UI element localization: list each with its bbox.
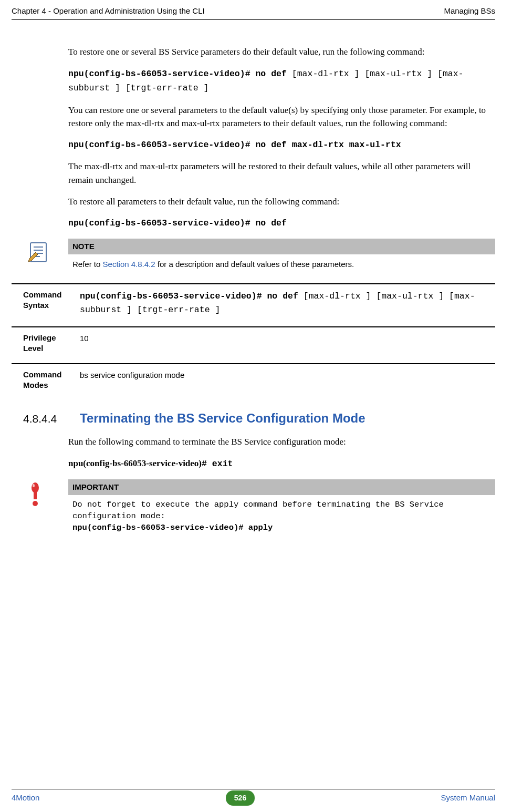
- footer-right: System Manual: [441, 792, 495, 804]
- footer-left: 4Motion: [12, 792, 39, 804]
- code-line: npu(config-bs-66053-service-video)# exit: [68, 457, 495, 471]
- svg-point-5: [32, 482, 39, 493]
- section-heading: 4.8.4.4 Terminating the BS Service Confi…: [23, 409, 495, 428]
- def-value-modes: bs service configuration mode: [80, 369, 495, 391]
- svg-point-8: [33, 484, 35, 487]
- def-row-syntax: Command Syntax npu(config-bs-66053-servi…: [12, 283, 495, 326]
- code-line: npu(config-bs-66053-service-video)# no d…: [68, 139, 495, 152]
- page-footer: 4Motion 526 System Manual: [12, 789, 495, 806]
- note-text-after: for a description and default values of …: [155, 260, 354, 269]
- paragraph: To restore all parameters to their defau…: [68, 195, 495, 209]
- def-label-modes: Command Modes: [23, 369, 80, 391]
- note-title: NOTE: [68, 239, 495, 255]
- important-cmd: npu(config-bs-66053-service-video)# appl…: [72, 522, 494, 534]
- section-number: 4.8.4.4: [23, 410, 80, 427]
- page-number-badge: 526: [226, 790, 255, 806]
- note-text-before: Refer to: [72, 260, 103, 269]
- def-value-syntax: npu(config-bs-66053-service-video)# no d…: [80, 290, 495, 317]
- code-line: npu(config-bs-66053-service-video)# no d…: [68, 67, 495, 95]
- svg-point-7: [33, 501, 38, 506]
- def-label-syntax: Command Syntax: [23, 290, 80, 317]
- note-icon-cell: [27, 239, 68, 273]
- important-body-text: Do not forget to execute the apply comma…: [72, 499, 494, 522]
- code-bold: # exit: [202, 459, 233, 469]
- def-row-privilege: Privilege Level 10: [12, 326, 495, 364]
- paragraph: The max-dl-rtx and max-ul-rtx parameters…: [68, 160, 495, 187]
- important-callout: IMPORTANT Do not forget to execute the a…: [27, 479, 495, 537]
- code-bold-serif: npu(config-bs-66053-service-video): [68, 458, 202, 468]
- important-text: Do not forget to execute the apply comma…: [68, 495, 495, 537]
- def-label-privilege: Privilege Level: [23, 333, 80, 354]
- important-icon-cell: [27, 479, 68, 537]
- def-value-privilege: 10: [80, 333, 495, 354]
- paragraph: Run the following command to terminate t…: [68, 435, 495, 449]
- code-bold: npu(config-bs-66053-service-video)# no d…: [68, 69, 292, 79]
- svg-rect-6: [34, 492, 37, 499]
- def-row-modes: Command Modes bs service configuration m…: [12, 363, 495, 400]
- note-icon: [27, 241, 50, 264]
- note-text: Refer to Section 4.8.4.2 for a descripti…: [68, 254, 495, 273]
- note-callout: NOTE Refer to Section 4.8.4.2 for a desc…: [27, 239, 495, 273]
- code-bold: npu(config-bs-66053-service-video)# no d…: [80, 291, 304, 301]
- code-line: npu(config-bs-66053-service-video)# no d…: [68, 217, 495, 230]
- header-left: Chapter 4 - Operation and Administration…: [12, 5, 205, 17]
- important-title: IMPORTANT: [68, 479, 495, 496]
- header-right: Managing BSs: [444, 5, 495, 17]
- paragraph: To restore one or several BS Service par…: [68, 45, 495, 59]
- page-header: Chapter 4 - Operation and Administration…: [12, 5, 495, 20]
- important-icon: [27, 481, 43, 507]
- paragraph: You can restore one or several parameter…: [68, 104, 495, 130]
- note-link[interactable]: Section 4.8.4.2: [103, 260, 155, 269]
- section-title: Terminating the BS Service Configuration…: [80, 409, 365, 428]
